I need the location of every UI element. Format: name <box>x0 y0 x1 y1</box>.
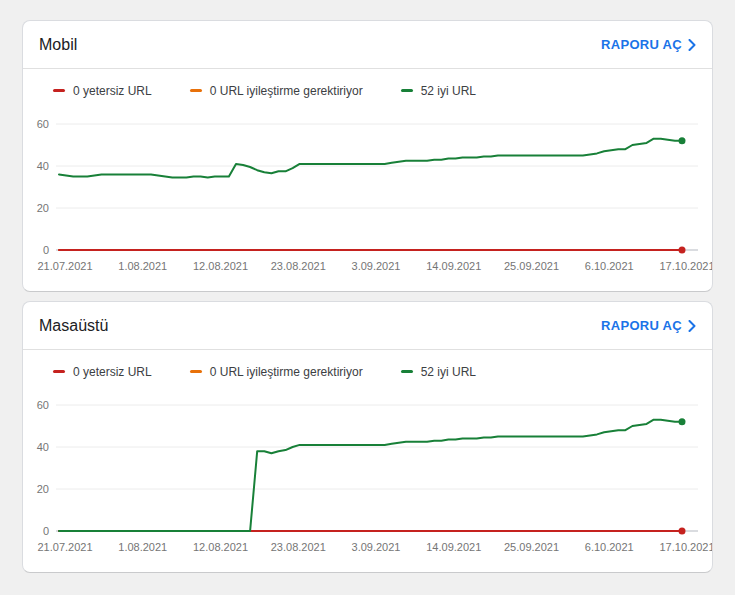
svg-text:21.07.2021: 21.07.2021 <box>37 541 92 553</box>
desktop-chart-canvas[interactable]: 020406021.07.20211.08.202112.08.202123.0… <box>23 379 712 557</box>
svg-text:60: 60 <box>37 118 49 130</box>
chevron-right-icon <box>688 39 696 51</box>
needs-improvement-series-label: 0 URL iyileştirme gerektiriyor <box>210 84 363 98</box>
svg-text:25.09.2021: 25.09.2021 <box>504 260 559 272</box>
svg-text:1.08.2021: 1.08.2021 <box>118 541 167 553</box>
page-title: Mobil <box>39 36 77 54</box>
legend-item-good: 52 iyi URL <box>401 84 476 98</box>
svg-text:17.10.2021: 17.10.2021 <box>659 260 712 272</box>
svg-text:20: 20 <box>37 202 49 214</box>
needs-improvement-series-label: 0 URL iyileştirme gerektiriyor <box>210 365 363 379</box>
good-series-swatch <box>401 370 413 373</box>
mobile-vitals-card: Mobil RAPORU AÇ 0 yetersiz URL 0 URL iyi… <box>22 20 713 292</box>
legend-item-poor: 0 yetersiz URL <box>53 365 152 379</box>
svg-text:0: 0 <box>43 525 49 537</box>
svg-text:21.07.2021: 21.07.2021 <box>37 260 92 272</box>
svg-text:40: 40 <box>37 160 49 172</box>
svg-text:6.10.2021: 6.10.2021 <box>585 541 634 553</box>
svg-text:20: 20 <box>37 483 49 495</box>
desktop-chart: 020406021.07.20211.08.202112.08.202123.0… <box>23 379 712 557</box>
poor-series-swatch <box>53 89 65 92</box>
svg-text:25.09.2021: 25.09.2021 <box>504 541 559 553</box>
svg-text:17.10.2021: 17.10.2021 <box>659 541 712 553</box>
chevron-right-icon <box>688 320 696 332</box>
desktop-legend: 0 yetersiz URL 0 URL iyileştirme gerekti… <box>23 350 712 379</box>
svg-text:23.08.2021: 23.08.2021 <box>271 541 326 553</box>
svg-text:14.09.2021: 14.09.2021 <box>426 260 481 272</box>
svg-text:1.08.2021: 1.08.2021 <box>118 260 167 272</box>
good-series-swatch <box>401 89 413 92</box>
legend-item-needs-improvement: 0 URL iyileştirme gerektiriyor <box>190 365 363 379</box>
legend-item-poor: 0 yetersiz URL <box>53 84 152 98</box>
open-report-label: RAPORU AÇ <box>601 37 682 52</box>
needs-improvement-series-swatch <box>190 370 202 373</box>
svg-text:12.08.2021: 12.08.2021 <box>193 260 248 272</box>
legend-item-good: 52 iyi URL <box>401 365 476 379</box>
open-report-link[interactable]: RAPORU AÇ <box>601 318 696 333</box>
mobile-chart-canvas[interactable]: 020406021.07.20211.08.202112.08.202123.0… <box>23 98 712 276</box>
poor-series-label: 0 yetersiz URL <box>73 84 152 98</box>
mobile-card-header: Mobil RAPORU AÇ <box>23 21 712 69</box>
svg-text:6.10.2021: 6.10.2021 <box>585 260 634 272</box>
mobile-chart: 020406021.07.20211.08.202112.08.202123.0… <box>23 98 712 276</box>
legend-item-needs-improvement: 0 URL iyileştirme gerektiriyor <box>190 84 363 98</box>
mobile-legend: 0 yetersiz URL 0 URL iyileştirme gerekti… <box>23 69 712 98</box>
poor-series-label: 0 yetersiz URL <box>73 365 152 379</box>
good-series-label: 52 iyi URL <box>421 84 476 98</box>
svg-text:3.09.2021: 3.09.2021 <box>352 541 401 553</box>
poor-series-swatch <box>53 370 65 373</box>
desktop-card-header: Masaüstü RAPORU AÇ <box>23 302 712 350</box>
svg-text:14.09.2021: 14.09.2021 <box>426 541 481 553</box>
svg-text:0: 0 <box>43 244 49 256</box>
open-report-label: RAPORU AÇ <box>601 318 682 333</box>
svg-text:60: 60 <box>37 399 49 411</box>
page-title: Masaüstü <box>39 317 108 335</box>
good-series-label: 52 iyi URL <box>421 365 476 379</box>
svg-text:3.09.2021: 3.09.2021 <box>352 260 401 272</box>
svg-text:23.08.2021: 23.08.2021 <box>271 260 326 272</box>
desktop-vitals-card: Masaüstü RAPORU AÇ 0 yetersiz URL 0 URL … <box>22 301 713 573</box>
svg-text:40: 40 <box>37 441 49 453</box>
open-report-link[interactable]: RAPORU AÇ <box>601 37 696 52</box>
svg-text:12.08.2021: 12.08.2021 <box>193 541 248 553</box>
needs-improvement-series-swatch <box>190 89 202 92</box>
